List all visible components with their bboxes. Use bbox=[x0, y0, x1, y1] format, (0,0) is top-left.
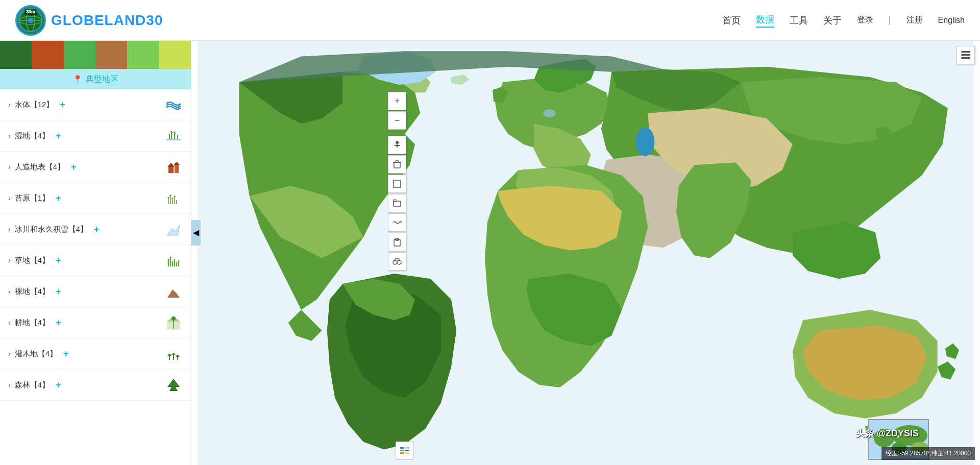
layer-add-9[interactable]: + bbox=[56, 380, 61, 390]
layer-name-1: 湿地【4】 bbox=[15, 131, 50, 141]
layer-add-4[interactable]: + bbox=[94, 224, 100, 235]
layer-chevron-6[interactable]: › bbox=[8, 287, 11, 296]
layer-item-4[interactable]: › 冰川和永久积雪【4】 + bbox=[0, 214, 191, 245]
layer-chevron-2[interactable]: › bbox=[8, 163, 11, 171]
coordinates-display: 经度:-59.28570°,纬度:41.20000 bbox=[881, 447, 975, 460]
pan-tool-button[interactable] bbox=[388, 136, 406, 154]
color-swatch-1[interactable] bbox=[32, 41, 63, 69]
bottom-controls bbox=[396, 442, 414, 460]
svg-rect-8 bbox=[175, 165, 179, 173]
layer-chevron-5[interactable]: › bbox=[8, 256, 11, 264]
layer-toggle-button[interactable] bbox=[957, 46, 975, 64]
sidebar: 📍 典型地区 › 水体【12】 + › 湿地【4】 + › 人造地表【4】 + bbox=[0, 41, 191, 465]
layer-name-4: 冰川和永久积雪【4】 bbox=[15, 225, 88, 234]
nav-home[interactable]: 首页 bbox=[722, 14, 741, 27]
world-map[interactable] bbox=[191, 41, 980, 465]
layer-name-2: 人造地表【4】 bbox=[15, 162, 65, 172]
watermark-text: 头条 @ZDYSIS bbox=[855, 428, 919, 438]
nav-data[interactable]: 数据 bbox=[756, 13, 774, 28]
pin-icon: 📍 bbox=[72, 75, 83, 84]
nav-login[interactable]: 登录 bbox=[857, 15, 873, 26]
layer-add-3[interactable]: + bbox=[56, 193, 61, 204]
typical-region[interactable]: 📍 典型地区 bbox=[0, 69, 191, 89]
layer-add-1[interactable]: + bbox=[56, 131, 61, 141]
layer-chevron-8[interactable]: › bbox=[8, 350, 11, 358]
layer-icon-1 bbox=[164, 127, 183, 145]
color-swatch-0[interactable] bbox=[0, 41, 32, 69]
layer-chevron-0[interactable]: › bbox=[8, 101, 11, 109]
svg-point-28 bbox=[393, 260, 397, 264]
layer-item-9[interactable]: › 森林【4】 + bbox=[0, 370, 191, 401]
color-swatch-4[interactable] bbox=[127, 41, 159, 69]
layer-left-2: › 人造地表【4】 + bbox=[8, 162, 77, 173]
color-swatch-3[interactable] bbox=[95, 41, 127, 69]
svg-rect-6 bbox=[166, 139, 181, 140]
layer-chevron-9[interactable]: › bbox=[8, 381, 11, 389]
zoom-out-button[interactable]: − bbox=[388, 111, 406, 130]
layer-name-6: 裸地【4】 bbox=[15, 287, 50, 297]
layer-name-3: 苔原【1】 bbox=[15, 193, 50, 203]
layer-chevron-3[interactable]: › bbox=[8, 194, 11, 202]
layer-left-4: › 冰川和永久积雪【4】 + bbox=[8, 224, 100, 235]
layer-item-1[interactable]: › 湿地【4】 + bbox=[0, 120, 191, 152]
layer-add-5[interactable]: + bbox=[56, 255, 61, 266]
layer-item-2[interactable]: › 人造地表【4】 + bbox=[0, 152, 191, 183]
clipboard-button[interactable] bbox=[388, 233, 406, 251]
layer-add-7[interactable]: + bbox=[56, 317, 61, 328]
watermark: 头条 @ZDYSIS bbox=[855, 427, 919, 439]
layer-item-5[interactable]: › 草地【4】 + bbox=[0, 245, 191, 276]
svg-point-11 bbox=[172, 316, 176, 321]
layer-icon-5 bbox=[164, 251, 183, 270]
delete-button[interactable] bbox=[388, 155, 406, 174]
svg-rect-37 bbox=[400, 450, 404, 451]
layer-item-8[interactable]: › 灌木地【4】 + bbox=[0, 338, 191, 370]
layer-add-6[interactable]: + bbox=[56, 286, 61, 297]
layer-chevron-7[interactable]: › bbox=[8, 319, 11, 327]
layer-add-0[interactable]: + bbox=[60, 100, 65, 110]
layer-list: › 水体【12】 + › 湿地【4】 + › 人造地表【4】 + › 苔原【1】 bbox=[0, 89, 191, 465]
layer-list-button[interactable] bbox=[396, 442, 414, 460]
nav-tools[interactable]: 工具 bbox=[790, 14, 808, 27]
draw-polygon-button[interactable] bbox=[388, 194, 406, 212]
svg-rect-36 bbox=[400, 447, 404, 449]
svg-marker-9 bbox=[174, 162, 180, 165]
main-layout: 📍 典型地区 › 水体【12】 + › 湿地【4】 + › 人造地表【4】 + bbox=[0, 41, 980, 465]
typical-region-label: 典型地区 bbox=[86, 74, 118, 85]
svg-text:30m: 30m bbox=[27, 10, 34, 13]
layer-add-8[interactable]: + bbox=[63, 349, 69, 359]
color-swatches bbox=[0, 41, 191, 69]
binoculars-button[interactable] bbox=[388, 252, 406, 271]
layer-item-6[interactable]: › 裸地【4】 + bbox=[0, 276, 191, 307]
nav-about[interactable]: 关于 bbox=[823, 14, 842, 27]
color-swatch-5[interactable] bbox=[159, 41, 191, 69]
layer-name-5: 草地【4】 bbox=[15, 256, 50, 265]
svg-rect-19 bbox=[395, 145, 400, 146]
draw-rect-button[interactable] bbox=[388, 175, 406, 193]
layer-chevron-1[interactable]: › bbox=[8, 132, 11, 140]
svg-rect-38 bbox=[400, 452, 404, 454]
wave-tool-button[interactable] bbox=[388, 213, 406, 232]
zoom-in-button[interactable]: + bbox=[388, 92, 406, 110]
chevron-left-icon: ◀ bbox=[193, 228, 199, 237]
nav-language[interactable]: English bbox=[938, 16, 965, 25]
svg-rect-34 bbox=[961, 54, 970, 56]
layer-item-0[interactable]: › 水体【12】 + bbox=[0, 89, 191, 120]
layer-item-7[interactable]: › 耕地【4】 + bbox=[0, 307, 191, 338]
layer-left-3: › 苔原【1】 + bbox=[8, 193, 61, 204]
svg-point-14 bbox=[636, 127, 654, 156]
layer-left-1: › 湿地【4】 + bbox=[8, 131, 61, 141]
layer-name-8: 灌木地【4】 bbox=[15, 349, 57, 359]
layer-item-3[interactable]: › 苔原【1】 + bbox=[0, 183, 191, 214]
coords-text: 经度:-59.28570°,纬度:41.20000 bbox=[886, 450, 971, 457]
header: 30m GLOBELAND30 首页 数据 工具 关于 登录 | 注册 Engl… bbox=[0, 0, 980, 41]
sidebar-collapse-button[interactable]: ◀ bbox=[191, 220, 201, 246]
nav-register[interactable]: 注册 bbox=[906, 15, 923, 26]
map-controls: + − bbox=[388, 92, 406, 271]
nav: 首页 数据 工具 关于 登录 | 注册 English bbox=[722, 13, 965, 28]
layer-left-8: › 灌木地【4】 + bbox=[8, 349, 69, 359]
color-swatch-2[interactable] bbox=[64, 41, 95, 69]
layer-add-2[interactable]: + bbox=[71, 162, 77, 173]
layer-chevron-4[interactable]: › bbox=[8, 225, 11, 233]
map-area[interactable]: + − bbox=[191, 41, 980, 465]
layer-icon-4 bbox=[164, 220, 183, 238]
